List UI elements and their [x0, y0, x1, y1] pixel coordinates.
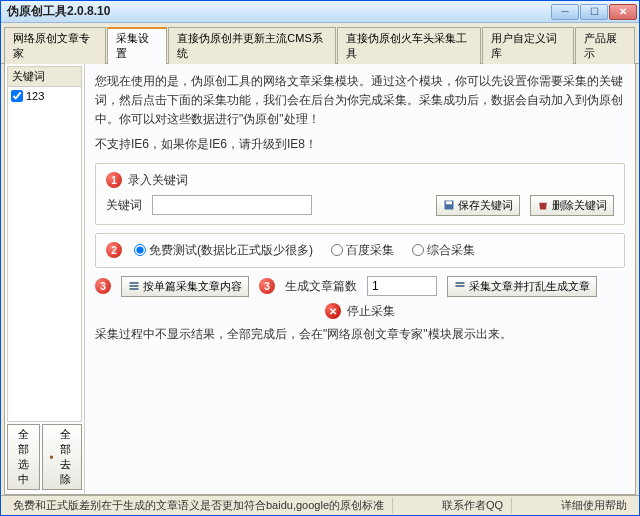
main-panel: 您现在使用的是，伪原创工具的网络文章采集模块。通过这个模块，你可以先设置你需要采…: [85, 64, 635, 494]
keyword-label: 关键词: [106, 197, 142, 214]
section-keyword-input: 1 录入关键词 关键词 保存关键词 删除关键词: [95, 163, 625, 225]
tab-4[interactable]: 用户自定义词库: [482, 27, 574, 64]
status-left: 免费和正式版差别在于生成的文章语义是否更加符合baidu,google的原创标准: [5, 498, 393, 514]
tab-3[interactable]: 直接伪原创火车头采集工具: [337, 27, 481, 64]
svg-rect-3: [130, 285, 139, 287]
keyword-item[interactable]: 123: [11, 90, 78, 102]
tab-0[interactable]: 网络原创文章专家: [4, 27, 106, 64]
status-bar: 免费和正式版差别在于生成的文章语义是否更加符合baidu,google的原创标准…: [1, 495, 639, 515]
section-source: 2 免费测试(数据比正式版少很多) 百度采集 综合采集: [95, 233, 625, 268]
tab-2[interactable]: 直接伪原创并更新主流CMS系统: [168, 27, 336, 64]
step-badge-4: 3: [259, 278, 275, 294]
trash-icon: [49, 451, 54, 463]
svg-rect-2: [130, 282, 139, 284]
content-area: 关键词 123 全部选中 全部去除 您现在使用的是，伪原创工具的网络文章采集模块…: [4, 64, 636, 495]
radio-free[interactable]: 免费测试(数据比正式版少很多): [134, 242, 313, 259]
result-note: 采集过程中不显示结果，全部完成后，会在"网络原创文章专家"模块展示出来。: [95, 326, 625, 343]
svg-rect-1: [446, 201, 452, 204]
window-title: 伪原创工具2.0.8.10: [7, 3, 551, 20]
step-badge-3: 3: [95, 278, 111, 294]
section-actions: 3 按单篇采集文章内容 3 生成文章篇数 采集文章并打乱生成文章: [95, 276, 625, 297]
intro-text: 您现在使用的是，伪原创工具的网络文章采集模块。通过这个模块，你可以先设置你需要采…: [95, 72, 625, 130]
svg-rect-5: [456, 282, 465, 284]
stop-row: ✕ 停止采集: [95, 303, 625, 320]
step-badge-1: 1: [106, 172, 122, 188]
keyword-panel: 关键词 123 全部选中 全部去除: [5, 64, 85, 494]
status-contact[interactable]: 联系作者QQ: [434, 498, 512, 514]
keyword-input[interactable]: [152, 195, 312, 215]
radio-combined[interactable]: 综合采集: [412, 242, 475, 259]
save-keyword-button[interactable]: 保存关键词: [436, 195, 520, 216]
delete-keyword-button[interactable]: 删除关键词: [530, 195, 614, 216]
svg-rect-6: [456, 285, 465, 287]
count-label: 生成文章篇数: [285, 278, 357, 295]
list-icon: [128, 280, 140, 292]
intro-warning: 不支持IE6，如果你是IE6，请升级到IE8！: [95, 136, 625, 153]
close-button[interactable]: ✕: [609, 4, 637, 20]
app-window: 伪原创工具2.0.8.10 ─ ☐ ✕ 网络原创文章专家采集设置直接伪原创并更新…: [0, 0, 640, 516]
source-radio-group: 免费测试(数据比正式版少很多) 百度采集 综合采集: [134, 242, 475, 259]
radio-baidu[interactable]: 百度采集: [331, 242, 394, 259]
titlebar: 伪原创工具2.0.8.10 ─ ☐ ✕: [1, 1, 639, 23]
article-count-input[interactable]: [367, 276, 437, 296]
keyword-label: 123: [26, 90, 44, 102]
tab-5[interactable]: 产品展示: [575, 27, 635, 64]
save-icon: [443, 199, 455, 211]
collect-shuffle-button[interactable]: 采集文章并打乱生成文章: [447, 276, 597, 297]
maximize-button[interactable]: ☐: [580, 4, 608, 20]
shuffle-icon: [454, 280, 466, 292]
keyword-header: 关键词: [7, 66, 82, 87]
stop-icon: ✕: [325, 303, 341, 319]
stop-label[interactable]: 停止采集: [347, 303, 395, 320]
step-badge-2: 2: [106, 242, 122, 258]
delete-icon: [537, 199, 549, 211]
collect-single-button[interactable]: 按单篇采集文章内容: [121, 276, 249, 297]
tab-bar: 网络原创文章专家采集设置直接伪原创并更新主流CMS系统直接伪原创火车头采集工具用…: [1, 23, 639, 64]
select-all-button[interactable]: 全部选中: [7, 424, 40, 490]
remove-all-button[interactable]: 全部去除: [42, 424, 82, 490]
window-controls: ─ ☐ ✕: [551, 4, 637, 20]
tab-1[interactable]: 采集设置: [107, 27, 167, 64]
section-title: 录入关键词: [128, 172, 188, 189]
minimize-button[interactable]: ─: [551, 4, 579, 20]
svg-rect-4: [130, 288, 139, 290]
status-help[interactable]: 详细使用帮助: [553, 498, 635, 514]
keyword-list: 123: [7, 87, 82, 422]
keyword-checkbox[interactable]: [11, 90, 23, 102]
